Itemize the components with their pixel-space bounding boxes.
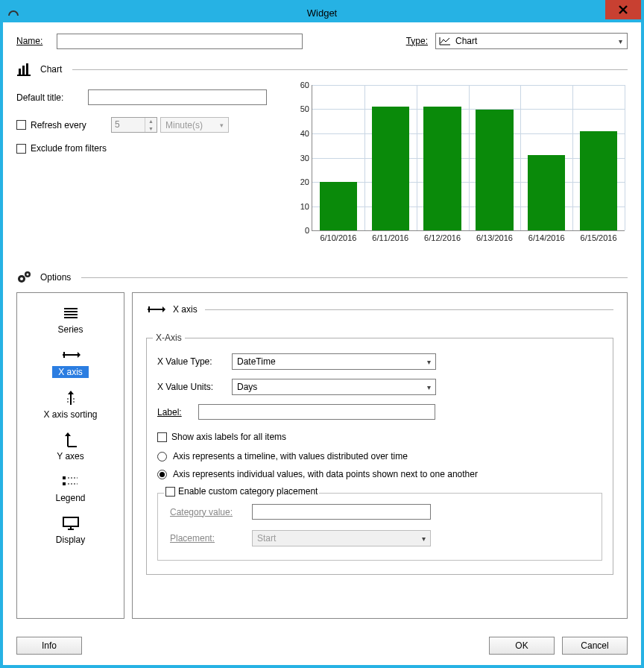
placement-label: Placement: xyxy=(170,533,252,543)
axis-individual-label: Axis represents individual values, with … xyxy=(173,469,478,479)
x-value-units-dropdown[interactable]: Days▾ xyxy=(232,379,436,395)
refresh-every-label: Refresh every xyxy=(31,120,111,130)
sidebar-item-xaxis[interactable]: X axis xyxy=(17,342,124,385)
refresh-every-checkbox[interactable] xyxy=(16,120,26,130)
options-section-label: Options xyxy=(40,272,71,283)
chart-section-header: Chart xyxy=(16,63,628,76)
chart-bar xyxy=(528,155,565,230)
chevron-down-icon: ▾ xyxy=(422,535,426,543)
default-title-label: Default title: xyxy=(16,92,88,103)
y-tick: 0 xyxy=(305,226,312,235)
svg-point-9 xyxy=(27,274,29,276)
x-tick: 6/14/2016 xyxy=(528,230,565,242)
dialog-footer: Info OK Cancel xyxy=(3,629,641,665)
close-button[interactable] xyxy=(605,0,641,19)
refresh-value-spinner[interactable]: 5 ▲▼ xyxy=(111,117,157,133)
svg-point-7 xyxy=(20,277,23,280)
header-row: Name: Type: Chart ▾ xyxy=(16,33,628,49)
name-input[interactable] xyxy=(57,34,303,49)
chart-preview: 01020304050606/10/20166/11/20166/12/2016… xyxy=(285,82,628,253)
x-value-type-label: X Value Type: xyxy=(157,356,232,367)
series-icon xyxy=(17,305,124,321)
chart-bar xyxy=(372,107,409,230)
spinner-down-icon: ▼ xyxy=(145,125,157,133)
y-tick: 40 xyxy=(300,129,312,138)
svg-rect-28 xyxy=(63,517,78,526)
svg-marker-22 xyxy=(65,432,71,436)
type-dropdown[interactable]: Chart ▾ xyxy=(435,33,628,49)
x-tick: 6/15/2016 xyxy=(581,230,617,242)
legend-icon xyxy=(17,473,124,490)
chart-bar xyxy=(476,110,513,231)
chart-bar xyxy=(423,107,461,230)
chart-section-icon xyxy=(16,63,37,76)
xaxis-icon xyxy=(17,347,124,363)
chart-props-panel: Default title: Refresh every 5 ▲▼ Minute… xyxy=(16,82,285,253)
name-label: Name: xyxy=(16,36,57,46)
svg-rect-3 xyxy=(22,66,25,75)
app-icon xyxy=(7,7,19,19)
chevron-down-icon: ▾ xyxy=(619,37,622,45)
y-tick: 50 xyxy=(300,104,312,113)
type-value: Chart xyxy=(455,36,477,46)
xaxis-header-icon xyxy=(146,303,165,315)
xaxis-label-input[interactable] xyxy=(198,404,435,420)
sidebar-item-legend[interactable]: Legend xyxy=(17,469,124,511)
svg-marker-18 xyxy=(68,391,74,394)
axis-timeline-label: Axis represents a timeline, with values … xyxy=(173,451,408,461)
y-tick: 10 xyxy=(300,202,312,211)
chevron-down-icon: ▾ xyxy=(427,383,431,391)
x-value-type-dropdown[interactable]: DateTime▾ xyxy=(232,353,436,370)
default-title-input[interactable] xyxy=(88,89,267,105)
info-button[interactable]: Info xyxy=(16,637,82,655)
chart-type-icon xyxy=(439,37,451,45)
sidebar-item-xsort[interactable]: X axis sorting xyxy=(17,385,124,427)
x-tick: 6/11/2016 xyxy=(372,230,408,242)
xsort-icon xyxy=(17,390,124,406)
placement-dropdown: Start▾ xyxy=(252,530,431,546)
xaxis-fieldset: X-Axis X Value Type: DateTime▾ X Value U… xyxy=(146,338,613,575)
axis-individual-radio[interactable] xyxy=(157,470,167,479)
enable-custom-category-checkbox[interactable] xyxy=(165,487,175,497)
options-sidebar: Series X axis X axis sorting Y axes Lege… xyxy=(16,292,124,619)
axis-timeline-radio[interactable] xyxy=(157,452,167,461)
svg-marker-15 xyxy=(78,352,80,358)
y-tick: 20 xyxy=(300,177,312,186)
sidebar-item-series[interactable]: Series xyxy=(17,300,124,342)
xaxis-label-label: Label: xyxy=(157,407,198,418)
x-tick: 6/10/2016 xyxy=(320,230,356,242)
cancel-button[interactable]: Cancel xyxy=(562,637,628,655)
chart-bar xyxy=(320,182,357,230)
options-body: X axis X-Axis X Value Type: DateTime▾ X … xyxy=(132,292,628,619)
svg-rect-26 xyxy=(63,482,66,485)
show-all-labels-checkbox[interactable] xyxy=(157,432,167,442)
widget-dialog: Widget Name: Type: Chart ▾ Chart xyxy=(0,0,644,668)
chevron-down-icon: ▾ xyxy=(220,122,224,129)
chart-bar xyxy=(580,131,617,230)
exclude-filters-checkbox[interactable] xyxy=(16,144,26,154)
custom-category-fieldset: Enable custom category placement Categor… xyxy=(157,493,602,561)
gears-icon xyxy=(16,270,37,285)
svg-rect-2 xyxy=(19,69,21,75)
window-title: Widget xyxy=(307,7,337,19)
type-label: Type: xyxy=(406,36,428,46)
y-tick: 60 xyxy=(300,81,312,89)
chart-section-label: Chart xyxy=(40,64,62,75)
xaxis-heading: X axis xyxy=(173,304,198,315)
refresh-unit-dropdown[interactable]: Minute(s) ▾ xyxy=(160,117,229,133)
y-tick: 30 xyxy=(300,154,312,163)
x-tick: 6/13/2016 xyxy=(476,230,513,242)
sidebar-item-display[interactable]: Display xyxy=(17,511,124,552)
exclude-filters-label: Exclude from filters xyxy=(31,143,107,154)
show-all-labels-label: Show axis labels for all items xyxy=(171,432,286,442)
yaxes-icon xyxy=(17,432,124,448)
category-value-label: Category value: xyxy=(170,507,252,517)
spinner-up-icon: ▲ xyxy=(145,118,157,125)
titlebar: Widget xyxy=(3,3,641,22)
x-tick: 6/12/2016 xyxy=(424,230,461,242)
sidebar-item-yaxes[interactable]: Y axes xyxy=(17,427,124,469)
options-section-header: Options xyxy=(16,270,628,285)
svg-rect-4 xyxy=(26,63,28,75)
xaxis-subheader: X axis xyxy=(146,303,613,315)
ok-button[interactable]: OK xyxy=(489,637,555,655)
